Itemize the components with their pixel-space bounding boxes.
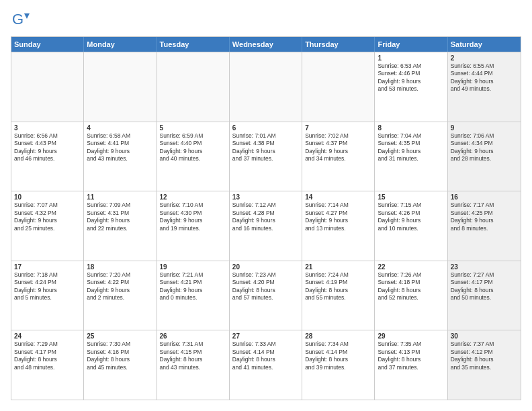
header-day-sunday: Sunday: [11, 37, 84, 52]
day-info: Sunrise: 7:37 AM Sunset: 4:12 PM Dayligh…: [451, 340, 518, 371]
day-info: Sunrise: 7:31 AM Sunset: 4:15 PM Dayligh…: [160, 340, 226, 371]
day-info: Sunrise: 7:34 AM Sunset: 4:14 PM Dayligh…: [305, 340, 371, 371]
day-number: 22: [378, 263, 444, 271]
calendar-cell: 4Sunrise: 6:58 AM Sunset: 4:41 PM Daylig…: [84, 122, 157, 191]
calendar-cell: 18Sunrise: 7:20 AM Sunset: 4:22 PM Dayli…: [84, 261, 157, 330]
calendar-cell: 2Sunrise: 6:55 AM Sunset: 4:44 PM Daylig…: [448, 52, 521, 122]
calendar-cell: 7Sunrise: 7:02 AM Sunset: 4:37 PM Daylig…: [302, 122, 375, 191]
day-number: 9: [451, 124, 518, 132]
calendar-cell: 20Sunrise: 7:23 AM Sunset: 4:20 PM Dayli…: [230, 261, 302, 330]
day-info: Sunrise: 7:21 AM Sunset: 4:21 PM Dayligh…: [160, 271, 226, 302]
day-number: 27: [232, 332, 299, 340]
day-number: 29: [378, 332, 444, 340]
day-number: 12: [160, 193, 226, 201]
day-info: Sunrise: 7:27 AM Sunset: 4:17 PM Dayligh…: [451, 271, 518, 302]
day-info: Sunrise: 7:30 AM Sunset: 4:16 PM Dayligh…: [87, 340, 153, 371]
logo: G: [11, 11, 32, 30]
logo-icon: G: [11, 11, 30, 30]
calendar-cell: 9Sunrise: 7:06 AM Sunset: 4:34 PM Daylig…: [448, 122, 521, 191]
calendar-cell: 11Sunrise: 7:09 AM Sunset: 4:31 PM Dayli…: [84, 191, 157, 261]
day-info: Sunrise: 7:17 AM Sunset: 4:25 PM Dayligh…: [451, 201, 518, 232]
calendar-cell: 23Sunrise: 7:27 AM Sunset: 4:17 PM Dayli…: [448, 261, 521, 330]
calendar-body: 1Sunrise: 6:53 AM Sunset: 4:46 PM Daylig…: [11, 52, 521, 400]
calendar-cell: 12Sunrise: 7:10 AM Sunset: 4:30 PM Dayli…: [157, 191, 230, 261]
svg-marker-1: [24, 13, 30, 19]
calendar-cell: 17Sunrise: 7:18 AM Sunset: 4:24 PM Dayli…: [11, 261, 84, 330]
day-number: 20: [232, 263, 299, 271]
day-number: 21: [305, 263, 371, 271]
page-header: G: [11, 11, 521, 30]
header-day-tuesday: Tuesday: [157, 37, 230, 52]
day-info: Sunrise: 7:24 AM Sunset: 4:19 PM Dayligh…: [305, 271, 371, 302]
day-info: Sunrise: 6:58 AM Sunset: 4:41 PM Dayligh…: [87, 132, 153, 163]
day-number: 26: [160, 332, 226, 340]
day-number: 17: [14, 263, 81, 271]
day-number: 16: [451, 193, 518, 201]
day-info: Sunrise: 7:26 AM Sunset: 4:18 PM Dayligh…: [378, 271, 444, 302]
calendar-cell: 22Sunrise: 7:26 AM Sunset: 4:18 PM Dayli…: [375, 261, 447, 330]
day-number: 11: [87, 193, 153, 201]
day-info: Sunrise: 7:10 AM Sunset: 4:30 PM Dayligh…: [160, 201, 226, 232]
calendar-week-2: 3Sunrise: 6:56 AM Sunset: 4:43 PM Daylig…: [11, 122, 521, 191]
calendar-cell: 24Sunrise: 7:29 AM Sunset: 4:17 PM Dayli…: [11, 330, 84, 400]
calendar-cell: 8Sunrise: 7:04 AM Sunset: 4:35 PM Daylig…: [375, 122, 447, 191]
svg-text:G: G: [12, 11, 24, 28]
calendar-cell: 1Sunrise: 6:53 AM Sunset: 4:46 PM Daylig…: [375, 52, 447, 122]
day-number: 2: [451, 54, 518, 62]
day-number: 6: [232, 124, 299, 132]
day-info: Sunrise: 7:01 AM Sunset: 4:38 PM Dayligh…: [232, 132, 299, 163]
day-info: Sunrise: 7:20 AM Sunset: 4:22 PM Dayligh…: [87, 271, 153, 302]
day-number: 15: [378, 193, 444, 201]
calendar-week-4: 17Sunrise: 7:18 AM Sunset: 4:24 PM Dayli…: [11, 261, 521, 330]
day-number: 25: [87, 332, 153, 340]
day-info: Sunrise: 7:02 AM Sunset: 4:37 PM Dayligh…: [305, 132, 371, 163]
calendar-cell: 10Sunrise: 7:07 AM Sunset: 4:32 PM Dayli…: [11, 191, 84, 261]
day-number: 24: [14, 332, 81, 340]
calendar-cell: [302, 52, 375, 122]
day-info: Sunrise: 6:53 AM Sunset: 4:46 PM Dayligh…: [378, 62, 444, 93]
calendar-cell: 25Sunrise: 7:30 AM Sunset: 4:16 PM Dayli…: [84, 330, 157, 400]
calendar-cell: [11, 52, 84, 122]
day-number: 19: [160, 263, 226, 271]
calendar-week-3: 10Sunrise: 7:07 AM Sunset: 4:32 PM Dayli…: [11, 191, 521, 261]
calendar-cell: 6Sunrise: 7:01 AM Sunset: 4:38 PM Daylig…: [230, 122, 302, 191]
day-number: 30: [451, 332, 518, 340]
day-info: Sunrise: 7:09 AM Sunset: 4:31 PM Dayligh…: [87, 201, 153, 232]
calendar-cell: 13Sunrise: 7:12 AM Sunset: 4:28 PM Dayli…: [230, 191, 302, 261]
calendar-cell: 16Sunrise: 7:17 AM Sunset: 4:25 PM Dayli…: [448, 191, 521, 261]
calendar-cell: 21Sunrise: 7:24 AM Sunset: 4:19 PM Dayli…: [302, 261, 375, 330]
day-number: 3: [14, 124, 81, 132]
calendar-cell: [230, 52, 302, 122]
day-number: 4: [87, 124, 153, 132]
day-info: Sunrise: 6:59 AM Sunset: 4:40 PM Dayligh…: [160, 132, 226, 163]
day-info: Sunrise: 7:07 AM Sunset: 4:32 PM Dayligh…: [14, 201, 81, 232]
day-number: 1: [378, 54, 444, 62]
calendar-week-1: 1Sunrise: 6:53 AM Sunset: 4:46 PM Daylig…: [11, 52, 521, 122]
header-day-monday: Monday: [84, 37, 157, 52]
header-day-thursday: Thursday: [302, 37, 375, 52]
calendar-cell: 3Sunrise: 6:56 AM Sunset: 4:43 PM Daylig…: [11, 122, 84, 191]
calendar: SundayMondayTuesdayWednesdayThursdayFrid…: [11, 36, 521, 400]
calendar-cell: 26Sunrise: 7:31 AM Sunset: 4:15 PM Dayli…: [157, 330, 230, 400]
day-number: 5: [160, 124, 226, 132]
day-info: Sunrise: 7:35 AM Sunset: 4:13 PM Dayligh…: [378, 340, 444, 371]
calendar-cell: 30Sunrise: 7:37 AM Sunset: 4:12 PM Dayli…: [448, 330, 521, 400]
day-info: Sunrise: 7:18 AM Sunset: 4:24 PM Dayligh…: [14, 271, 81, 302]
calendar-cell: 28Sunrise: 7:34 AM Sunset: 4:14 PM Dayli…: [302, 330, 375, 400]
header-day-wednesday: Wednesday: [230, 37, 302, 52]
day-info: Sunrise: 7:14 AM Sunset: 4:27 PM Dayligh…: [305, 201, 371, 232]
calendar-cell: 5Sunrise: 6:59 AM Sunset: 4:40 PM Daylig…: [157, 122, 230, 191]
calendar-cell: 14Sunrise: 7:14 AM Sunset: 4:27 PM Dayli…: [302, 191, 375, 261]
header-day-saturday: Saturday: [448, 37, 521, 52]
day-info: Sunrise: 7:04 AM Sunset: 4:35 PM Dayligh…: [378, 132, 444, 163]
day-number: 28: [305, 332, 371, 340]
day-info: Sunrise: 7:15 AM Sunset: 4:26 PM Dayligh…: [378, 201, 444, 232]
day-number: 23: [451, 263, 518, 271]
day-info: Sunrise: 7:23 AM Sunset: 4:20 PM Dayligh…: [232, 271, 299, 302]
day-info: Sunrise: 7:33 AM Sunset: 4:14 PM Dayligh…: [232, 340, 299, 371]
day-info: Sunrise: 6:55 AM Sunset: 4:44 PM Dayligh…: [451, 62, 518, 93]
day-number: 13: [232, 193, 299, 201]
calendar-cell: 15Sunrise: 7:15 AM Sunset: 4:26 PM Dayli…: [375, 191, 447, 261]
header-day-friday: Friday: [375, 37, 447, 52]
day-info: Sunrise: 7:12 AM Sunset: 4:28 PM Dayligh…: [232, 201, 299, 232]
